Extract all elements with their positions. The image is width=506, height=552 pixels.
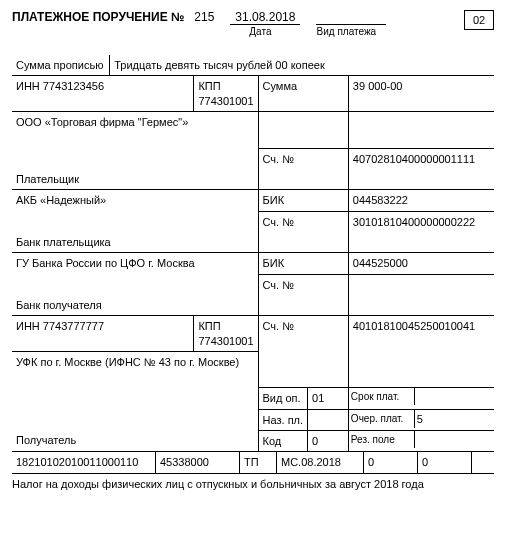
payee-bank-bik: 044525000 — [348, 253, 494, 274]
payer-kpp: КПП 774301001 — [194, 76, 258, 112]
label-pay-term: Срок плат. — [349, 388, 414, 405]
label-op-type: Вид оп. — [258, 388, 308, 409]
kbk: 18210102010011000110 — [12, 452, 156, 473]
payer-name: ООО «Торговая фирма "Гермес"» — [12, 111, 258, 169]
payment-order-table: Сумма прописью Тридцать девять тысяч руб… — [12, 55, 494, 452]
field5: 0 — [364, 452, 418, 473]
naz-pl — [308, 409, 349, 430]
pay-term — [414, 388, 494, 405]
payer-sum: 39 000-00 — [348, 76, 494, 112]
payer-bank-name: АКБ «Надежный» — [12, 190, 258, 211]
doc-date: 31.08.2018 — [230, 10, 300, 25]
label-code: Код — [258, 430, 308, 451]
payee-name: УФК по г. Москве (ИФНС № 43 по г. Москве… — [12, 351, 258, 409]
op-type: 01 — [308, 388, 349, 409]
payee-account: 40101810045250010041 — [348, 316, 494, 352]
payment-purpose: Налог на доходы физических лиц с отпускн… — [12, 478, 494, 490]
label-payer-bank: Банк плательщика — [12, 232, 258, 253]
code: 0 — [308, 430, 349, 451]
payment-type-value — [316, 10, 386, 25]
payer-bank-bik: 044583222 — [348, 190, 494, 211]
label-naz-pl: Наз. пл. — [258, 409, 308, 430]
label-ocher: Очер. плат. — [349, 410, 414, 428]
date-label: Дата — [220, 26, 300, 37]
doc-title: ПЛАТЕЖНОЕ ПОРУЧЕНИЕ № — [12, 10, 184, 24]
payment-type-label: Вид платежа — [306, 26, 386, 37]
label-payer-bank-bik: БИК — [258, 190, 348, 211]
payer-account: 40702810400000001111 — [348, 148, 494, 169]
oktmo: 45338000 — [156, 452, 240, 473]
payer-inn: ИНН 7743123456 — [12, 76, 194, 112]
status-code-box: 02 — [464, 10, 494, 30]
label-payer-account: Сч. № — [258, 148, 348, 169]
payee-bank-account — [348, 274, 494, 295]
label-sum-words: Сумма прописью — [12, 55, 110, 76]
payee-bank-name: ГУ Банка России по ЦФО г. Москва — [12, 253, 258, 274]
payee-inn: ИНН 7743777777 — [12, 316, 194, 352]
label-payee-bank-account: Сч. № — [258, 274, 348, 295]
tp: ТП — [240, 452, 277, 473]
label-payer-bank-account: Сч. № — [258, 211, 348, 232]
label-payee-account: Сч. № — [258, 316, 348, 352]
label-rez: Рез. поле — [349, 431, 414, 448]
field7 — [472, 452, 495, 473]
label-payee: Получатель — [12, 430, 258, 451]
sum-words: Тридцать девять тысяч рублей 00 копеек — [110, 55, 494, 76]
document-header: ПЛАТЕЖНОЕ ПОРУЧЕНИЕ № 215 31.08.2018 Дат… — [12, 10, 494, 37]
label-payer: Плательщик — [12, 169, 258, 190]
bottom-fields: 18210102010011000110 45338000 ТП МС.08.2… — [12, 452, 494, 473]
label-payee-bank-bik: БИК — [258, 253, 348, 274]
field6: 0 — [418, 452, 472, 473]
rez — [414, 431, 494, 448]
ocher: 5 — [414, 410, 494, 428]
period: МС.08.2018 — [277, 452, 364, 473]
payee-kpp: КПП 774301001 — [194, 316, 258, 352]
label-payee-bank: Банк получателя — [12, 295, 258, 316]
payer-bank-account: 30101810400000000222 — [348, 211, 494, 232]
label-sum: Сумма — [258, 76, 348, 112]
doc-number: 215 — [194, 10, 214, 24]
